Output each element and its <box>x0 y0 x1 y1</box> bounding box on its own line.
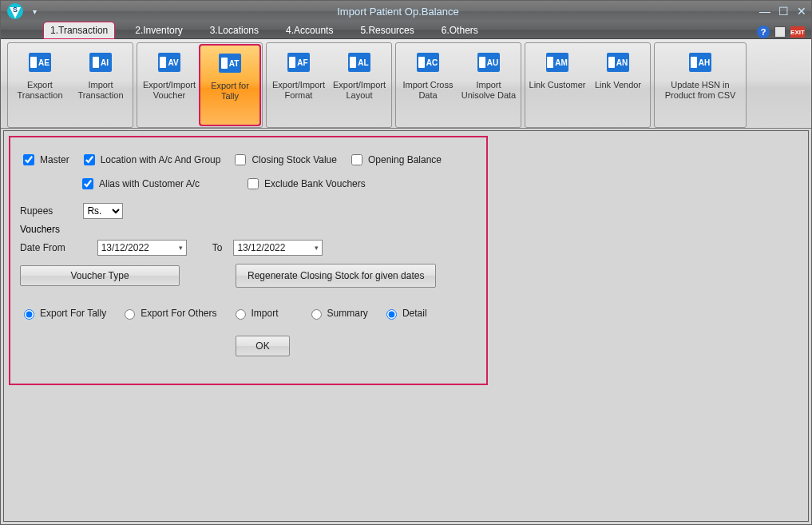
help-icon[interactable]: ? <box>757 26 770 38</box>
tab-inventory[interactable]: 2.Inventory <box>129 22 188 38</box>
ribbon-label: Export/Import Format <box>270 80 327 101</box>
app-logo: S <box>1 1 30 22</box>
maximize-icon[interactable]: ☐ <box>778 5 789 18</box>
vendor-icon: AN <box>607 53 629 72</box>
tab-locations[interactable]: 3.Locations <box>204 22 265 38</box>
tally-icon: AT <box>219 54 241 73</box>
export-transaction-button[interactable]: AEExport Transaction <box>10 45 70 125</box>
export-transaction-icon: AE <box>29 53 51 72</box>
date-from-label: Date From <box>20 242 65 253</box>
vouchers-label: Vouchers <box>20 224 60 235</box>
link-customer-button[interactable]: AMLink Customer <box>527 45 588 125</box>
date-to-input[interactable]: 13/12/2022▾ <box>233 240 323 256</box>
layout-icon: AL <box>348 53 370 72</box>
import-unisolve-button[interactable]: AUImport Unisolve Data <box>458 45 519 125</box>
import-radio[interactable]: Import <box>232 307 279 320</box>
customer-icon: AM <box>546 53 568 72</box>
export-import-format-button[interactable]: AFExport/Import Format <box>268 45 329 125</box>
import-transaction-icon: AI <box>89 53 112 72</box>
tab-resources[interactable]: 5.Resources <box>354 22 420 38</box>
ribbon-label: Link Vendor <box>595 80 641 90</box>
summary-radio[interactable]: Summary <box>307 307 368 320</box>
ribbon-group-3: AFExport/Import Format ALExport/Import L… <box>266 42 392 128</box>
ribbon-label: Import Cross Data <box>399 80 457 101</box>
export-import-voucher-button[interactable]: AVExport/Import Voucher <box>139 45 200 125</box>
titlebar: S ▾ Import Patient Op.Balance — ☐ ✕ <box>1 1 811 22</box>
regenerate-button[interactable]: Regenerate Closing Stock for given dates <box>236 264 436 288</box>
ribbon-label: Update HSN in Product from CSV <box>658 80 743 101</box>
window-title: Import Patient Op.Balance <box>37 6 759 18</box>
update-hsn-button[interactable]: AHUpdate HSN in Product from CSV <box>656 45 744 125</box>
closing-stock-checkbox[interactable]: Closing Stock Value <box>232 152 337 168</box>
export-for-tally-button[interactable]: ATExport for Tally <box>200 45 260 125</box>
voucher-icon: AV <box>158 53 180 72</box>
ribbon-group-4: ACImport Cross Data AUImport Unisolve Da… <box>395 42 521 128</box>
ribbon-group-1: AEExport Transaction AIImport Transactio… <box>7 42 133 128</box>
hsn-icon: AH <box>689 53 711 72</box>
svg-text:S: S <box>13 6 18 14</box>
export-mode-radios: Export For Tally Export For Others Impor… <box>20 307 427 320</box>
unisolve-icon: AU <box>477 53 500 72</box>
ribbon-group-6: AHUpdate HSN in Product from CSV <box>654 42 747 128</box>
date-to-label: To <box>212 242 223 253</box>
export-others-radio[interactable]: Export For Others <box>121 307 216 320</box>
ribbon-label: Import Unisolve Data <box>460 80 517 101</box>
tab-transaction[interactable]: 1.Transaction <box>44 22 114 38</box>
ribbon-group-2: AVExport/Import Voucher ATExport for Tal… <box>137 42 263 128</box>
ribbon-label: Import Transaction <box>72 80 129 101</box>
cross-icon: AC <box>417 53 439 72</box>
ribbon-label: Export for Tally <box>202 81 258 101</box>
exit-icon[interactable]: EXIT <box>790 26 805 38</box>
voucher-type-button[interactable]: Voucher Type <box>20 265 180 286</box>
exclude-bank-checkbox[interactable]: Exclude Bank Vouchers <box>244 176 366 192</box>
ribbon-label: Export Transaction <box>11 80 69 101</box>
tab-others[interactable]: 6.Others <box>435 22 485 38</box>
ribbon: AEExport Transaction AIImport Transactio… <box>1 39 811 129</box>
menu-tabs: 1.Transaction 2.Inventory 3.Locations 4.… <box>1 22 811 39</box>
export-tally-radio[interactable]: Export For Tally <box>20 307 106 320</box>
ribbon-label: Link Customer <box>529 80 586 90</box>
import-cross-data-button[interactable]: ACImport Cross Data <box>398 45 458 125</box>
link-vendor-button[interactable]: ANLink Vendor <box>588 45 648 125</box>
chevron-down-icon: ▾ <box>315 244 319 252</box>
master-checkbox[interactable]: Master <box>20 152 69 168</box>
export-tally-panel: Master Location with A/c And Group Closi… <box>9 136 488 385</box>
location-checkbox[interactable]: Location with A/c And Group <box>81 152 221 168</box>
rupees-select[interactable]: Rs. <box>83 203 123 219</box>
client-area: Master Location with A/c And Group Closi… <box>3 130 809 522</box>
ribbon-group-5: AMLink Customer ANLink Vendor <box>525 42 651 128</box>
detail-radio[interactable]: Detail <box>382 307 427 320</box>
opening-balance-checkbox[interactable]: Opening Balance <box>348 152 442 168</box>
tab-accounts[interactable]: 4.Accounts <box>279 22 339 38</box>
ribbon-label: Export/Import Voucher <box>141 80 198 101</box>
format-icon: AF <box>287 53 310 72</box>
rupees-label: Rupees <box>20 205 53 217</box>
alias-checkbox[interactable]: Alias with Customer A/c <box>79 176 200 192</box>
import-transaction-button[interactable]: AIImport Transaction <box>70 45 131 125</box>
minimize-icon[interactable]: — <box>759 5 770 18</box>
date-from-input[interactable]: 13/12/2022▾ <box>97 240 187 256</box>
export-import-layout-button[interactable]: ALExport/Import Layout <box>329 45 390 125</box>
ribbon-label: Export/Import Layout <box>331 80 388 101</box>
close-icon[interactable]: ✕ <box>797 5 806 18</box>
ok-button[interactable]: OK <box>236 336 290 356</box>
options-icon[interactable] <box>774 26 786 38</box>
chevron-down-icon: ▾ <box>179 244 183 252</box>
